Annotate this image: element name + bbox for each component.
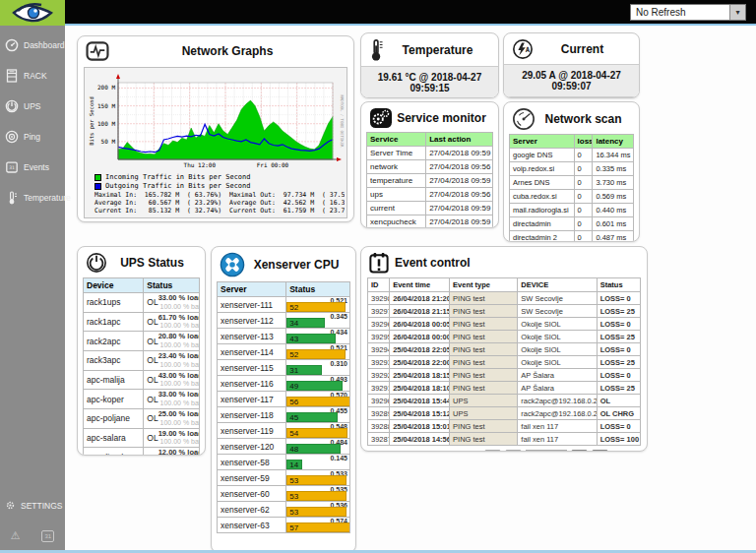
event-time: 25/04/2018 15:01: [390, 420, 450, 433]
panel-title: Xenserver CPU: [245, 258, 347, 272]
last-page-button[interactable]: →|: [592, 450, 608, 452]
activity-icon: [86, 41, 109, 61]
device-name: apc-koper: [84, 390, 144, 409]
table-row: xenserver-580.14514: [218, 455, 350, 470]
calendar-icon[interactable]: 31: [41, 530, 54, 542]
event-control-table: IDEvent timeEvent typeDEVICEStatus 39298…: [367, 277, 641, 446]
event-time: 26/04/2018 21:15: [390, 305, 450, 318]
radar-icon: [512, 107, 536, 131]
table-row: xenserver-600.53553: [218, 486, 350, 502]
table-row: xenserver-1140.52152: [218, 344, 350, 360]
svg-text:Thu 12:00: Thu 12:00: [184, 161, 217, 168]
ups-load-value: 33.00 % load: [158, 391, 200, 399]
ups-batt-value: 100.00 % batt: [158, 419, 200, 427]
cpu-bar: 31: [286, 365, 322, 375]
prev-page-button[interactable]: ←: [505, 450, 522, 452]
settings-label: SETTINGS: [21, 501, 63, 511]
cpu-bar-cell: 0.57056: [286, 392, 350, 407]
cpu-bar-cell: 0.54854: [286, 423, 350, 439]
cpu-bar: 34: [286, 318, 325, 328]
next-page-button[interactable]: →: [571, 450, 588, 452]
app-logo[interactable]: [0, 0, 65, 26]
legend-label: Incoming Traffic in Bits per Second: [105, 173, 251, 182]
event-status: LOSS= 0: [597, 420, 640, 433]
panel-xenserver-cpu: Xenserver CPU ServerStatus xenserver-111…: [211, 246, 356, 553]
server-name: xenserver-118: [218, 407, 286, 423]
ups-status-value: OL: [147, 297, 158, 307]
ups-metrics: 25.00 % load100.00 % batt: [158, 410, 200, 427]
sidebar-item-events[interactable]: 31Events: [0, 154, 65, 181]
table-row: xenserver-1180.45545: [218, 407, 350, 423]
service-name: temperature: [367, 174, 426, 188]
warning-icon[interactable]: ⚠: [11, 529, 21, 542]
last-action: 27/04/2018 09:59: [426, 215, 493, 229]
sidebar-item-ups[interactable]: UPS: [0, 92, 65, 120]
sidebar-item-rack[interactable]: RACK: [0, 62, 65, 90]
panel-title: Service monitor: [393, 111, 490, 125]
sidebar-item-label: UPS: [24, 101, 40, 111]
page-input[interactable]: [526, 450, 567, 452]
table-row: Server Time27/04/2018 09:59: [367, 147, 493, 160]
sidebar-item-label: Ping: [24, 132, 40, 142]
event-id: 39291: [368, 382, 390, 395]
server-name: google DNS: [510, 149, 575, 162]
panel-title: Event control: [395, 256, 471, 270]
ups-batt-value: 100.00 % batt: [158, 380, 200, 388]
chevron-down-icon[interactable]: ▾: [729, 5, 745, 20]
event-time: 26/04/2018 21:20: [390, 292, 450, 305]
sidebar-item-ping[interactable]: Ping: [0, 123, 65, 151]
event-type: PING test: [450, 292, 518, 305]
ups-status-inner: OL33.00 % load100.00 % batt: [147, 391, 196, 407]
legend-outgoing: Outgoing Traffic in Bits per Second: [87, 182, 345, 191]
cpu-bar-cell: 0.52152: [286, 297, 350, 313]
refresh-interval-select[interactable]: No Refresh ▾: [630, 4, 746, 21]
event-id: 39294: [368, 343, 390, 356]
ups-metrics: 12.00 % load100.00 % batt: [158, 449, 200, 456]
panel-network-scan-header: Network scan: [504, 102, 639, 134]
column-header: Server: [510, 135, 575, 149]
ping-icon: [5, 130, 19, 144]
sidebar-item-dashboard[interactable]: Dashboard: [0, 31, 65, 59]
xenserver-logo-icon: [220, 252, 245, 277]
svg-text:Fri 00:00: Fri 00:00: [257, 161, 289, 168]
server-name: xenserver-119: [218, 423, 286, 439]
cpu-bar: 49: [286, 381, 342, 391]
server-name: mail.radiorogla.si: [510, 204, 575, 217]
ups-metrics: 33.00 % load100.00 % batt: [158, 391, 200, 407]
event-id: 39289: [368, 407, 390, 420]
event-time: 26/04/2018 00:05: [390, 318, 450, 331]
event-status: LOSS= 25: [597, 382, 640, 395]
sidebar-item-label: Dashboard: [24, 40, 65, 50]
ups-status-inner: OL12.00 % load100.00 % batt: [147, 449, 196, 456]
column-header: Device: [84, 278, 144, 293]
cpu-bar-cell: 0.14514: [286, 455, 350, 470]
table-row: xenserver-590.53353: [218, 470, 350, 486]
device-name: apc-dinodoma: [84, 448, 144, 456]
ups-load-value: 33.00 % load: [158, 294, 200, 303]
event-device: AP Šalara: [518, 382, 597, 395]
event-type: PING test: [450, 369, 518, 382]
ups-status-inner: OL43.00 % load100.00 % batt: [147, 372, 196, 389]
topbar: No Refresh ▾: [0, 0, 756, 26]
event-id: 39288: [368, 420, 390, 433]
cpu-bar: 48: [286, 444, 341, 454]
latency-value: 0.569 ms: [593, 190, 634, 204]
event-id: 39297: [368, 305, 390, 318]
sidebar-item-settings[interactable]: SETTINGS: [0, 493, 65, 518]
loss-value: 0: [574, 204, 593, 217]
last-action: 27/04/2018 09:59: [426, 174, 493, 188]
gears-icon: [369, 107, 393, 129]
server-name: xenserver-116: [218, 376, 286, 392]
last-action: 27/04/2018 09:56: [426, 188, 493, 202]
table-row: apc-poljaneOL25.00 % load100.00 % batt: [84, 409, 200, 429]
sidebar-item-temperature[interactable]: Temperature: [0, 184, 65, 212]
server-name: xenserver-114: [218, 344, 286, 360]
cpu-bar-cell: 0.49349: [286, 376, 350, 392]
column-header: latency: [593, 135, 634, 149]
event-status: OL: [597, 395, 640, 407]
first-page-button[interactable]: |←: [484, 450, 501, 452]
table-row: xenserver-1170.57056: [218, 392, 350, 407]
event-device: Okolje SIOL: [518, 331, 597, 343]
graph-stats-text: Maximal In: 165.782 M ( 63.76%) Maximal …: [87, 191, 345, 215]
ups-load-value: 25.00 % load: [158, 410, 200, 419]
